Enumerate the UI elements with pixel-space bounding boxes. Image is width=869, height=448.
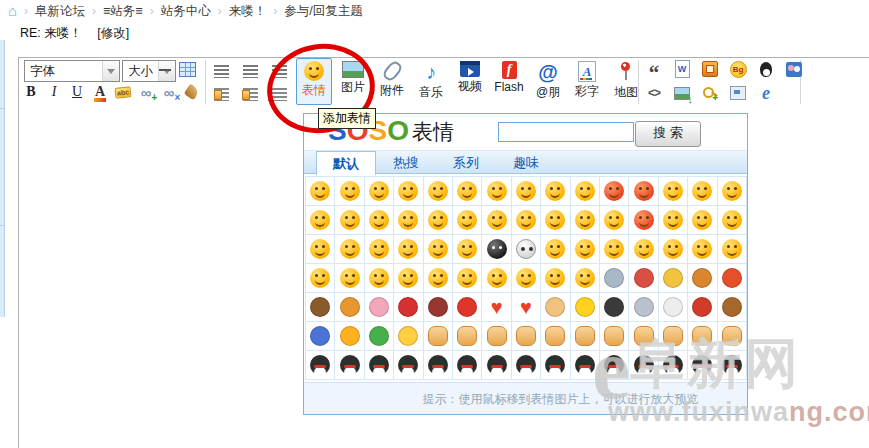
emoji-玫瑰[interactable] [394, 293, 422, 321]
emoji-快哭了[interactable] [453, 264, 481, 292]
emoji-拳头[interactable] [600, 322, 628, 350]
tab-趣味[interactable]: 趣味 [496, 151, 556, 175]
emoji-惊讶[interactable] [718, 177, 746, 205]
emoji-NO[interactable] [688, 322, 716, 350]
emoji-鼓掌[interactable] [659, 235, 687, 263]
emoji-白眼[interactable] [512, 206, 540, 234]
remove-link-button[interactable]: ∞× [160, 83, 178, 101]
emoji-憨笑[interactable] [688, 206, 716, 234]
home-icon[interactable]: ⌂ [8, 4, 17, 18]
emoji-OK[interactable] [718, 322, 746, 350]
emoji-发呆[interactable] [394, 177, 422, 205]
breadcrumb-item[interactable]: 阜新论坛 [35, 3, 85, 20]
font-color-button[interactable]: A [91, 83, 109, 101]
emoji-再见[interactable] [571, 235, 599, 263]
image-download-button[interactable] [673, 84, 691, 102]
emoji-酷[interactable] [335, 206, 363, 234]
emoji-委屈[interactable] [424, 264, 452, 292]
code-button[interactable]: <> [645, 84, 663, 102]
emoji-勾引[interactable] [571, 322, 599, 350]
auth-key-button[interactable] [701, 84, 719, 102]
emoji-色[interactable] [365, 177, 393, 205]
emoji-握手[interactable] [482, 322, 510, 350]
emoji-啤酒[interactable] [659, 264, 687, 292]
emoji-拥抱[interactable] [394, 322, 422, 350]
emoji-篮球[interactable] [688, 264, 716, 292]
emoji-便便[interactable] [718, 293, 746, 321]
align-center-button[interactable] [241, 62, 259, 80]
italic-button[interactable]: I [45, 83, 63, 101]
toolbar-button-attach[interactable]: 附件 [374, 58, 410, 105]
emoji-咒骂[interactable] [335, 235, 363, 263]
toolbar-button-flash[interactable]: fFlash [491, 58, 527, 105]
emoji-右太极[interactable] [718, 351, 746, 379]
emoji-心碎[interactable]: ♥ [512, 293, 540, 321]
emoji-可怜[interactable] [571, 264, 599, 292]
emoji-礼物[interactable] [365, 322, 393, 350]
emoji-闪电[interactable] [571, 293, 599, 321]
emoji-跳绳[interactable] [541, 351, 569, 379]
emoji-爱心[interactable]: ♥ [482, 293, 510, 321]
emoji-饭[interactable] [335, 293, 363, 321]
emoji-撇嘴[interactable] [335, 177, 363, 205]
emoji-吓[interactable] [541, 264, 569, 292]
toolbar-button-image[interactable]: 图片 [335, 58, 371, 105]
toolbar-button-at[interactable]: @@朋 [530, 58, 566, 105]
qq-button[interactable] [757, 60, 775, 78]
emoji-偷笑[interactable] [453, 206, 481, 234]
emoji-闭嘴[interactable] [512, 177, 540, 205]
emoji-傲慢[interactable] [541, 206, 569, 234]
emoji-抠鼻[interactable] [629, 235, 657, 263]
ordered-list-button[interactable] [270, 85, 288, 103]
emoji-尴尬[interactable] [600, 177, 628, 205]
emoji-得意[interactable] [424, 177, 452, 205]
emoji-转圈[interactable] [453, 351, 481, 379]
tab-热搜[interactable]: 热搜 [376, 151, 436, 175]
emoji-月亮[interactable] [306, 322, 334, 350]
emoji-右哼哼[interactable] [335, 264, 363, 292]
tab-默认[interactable]: 默认 [316, 151, 376, 175]
ie-paste-button[interactable]: e [757, 84, 775, 102]
indent-increase-button[interactable] [241, 85, 259, 103]
toolbar-button-map[interactable]: 地图 [608, 58, 644, 105]
toolbar-button-video[interactable]: 视频 [452, 58, 488, 105]
toolbar-button-emoticon[interactable]: 表情 [296, 58, 332, 105]
emoji-哈欠[interactable] [365, 264, 393, 292]
insert-link-button[interactable]: ∞+ [137, 83, 155, 101]
emoji-鄙视[interactable] [394, 264, 422, 292]
emoji-折磨[interactable] [453, 235, 481, 263]
emoji-献吻[interactable] [659, 351, 687, 379]
emoji-抱拳[interactable] [541, 322, 569, 350]
breadcrumb-item[interactable]: 来喽！ [229, 3, 267, 20]
emoji-凋谢[interactable] [424, 293, 452, 321]
clear-format-button[interactable] [183, 83, 201, 101]
quote-button[interactable]: “ [645, 60, 663, 78]
emoji-炸弹[interactable] [600, 293, 628, 321]
emoji-可爱[interactable] [482, 206, 510, 234]
emoji-呲牙[interactable] [688, 177, 716, 205]
image-link-button[interactable] [729, 84, 747, 102]
indent-decrease-button[interactable] [212, 85, 230, 103]
emoji-奋斗[interactable] [306, 235, 334, 263]
emoji-嘴唇[interactable] [453, 293, 481, 321]
emoji-流汗[interactable] [659, 206, 687, 234]
emoji-乒乓[interactable] [718, 264, 746, 292]
emoji-咖啡[interactable] [306, 293, 334, 321]
collapse-sidebar-strip[interactable] [0, 40, 5, 317]
emoji-蛋糕[interactable] [541, 293, 569, 321]
emoji-挥手[interactable] [571, 351, 599, 379]
emoji-足球[interactable] [659, 293, 687, 321]
emoji-怄火[interactable] [424, 351, 452, 379]
emoji-回头[interactable] [512, 351, 540, 379]
align-right-button[interactable] [270, 62, 288, 80]
emoji-嘘[interactable] [394, 235, 422, 263]
emoji-左哼哼[interactable] [306, 264, 334, 292]
emoji-吐[interactable] [424, 206, 452, 234]
toolbar-button-caizi[interactable]: A彩字 [569, 58, 605, 105]
emoji-冷汗[interactable] [365, 206, 393, 234]
breadcrumb-item[interactable]: 参与/回复主题 [284, 3, 362, 20]
emoji-左太极[interactable] [688, 351, 716, 379]
friends-button[interactable] [785, 60, 803, 78]
emoji-调皮[interactable] [659, 177, 687, 205]
emoji-睡[interactable] [541, 177, 569, 205]
